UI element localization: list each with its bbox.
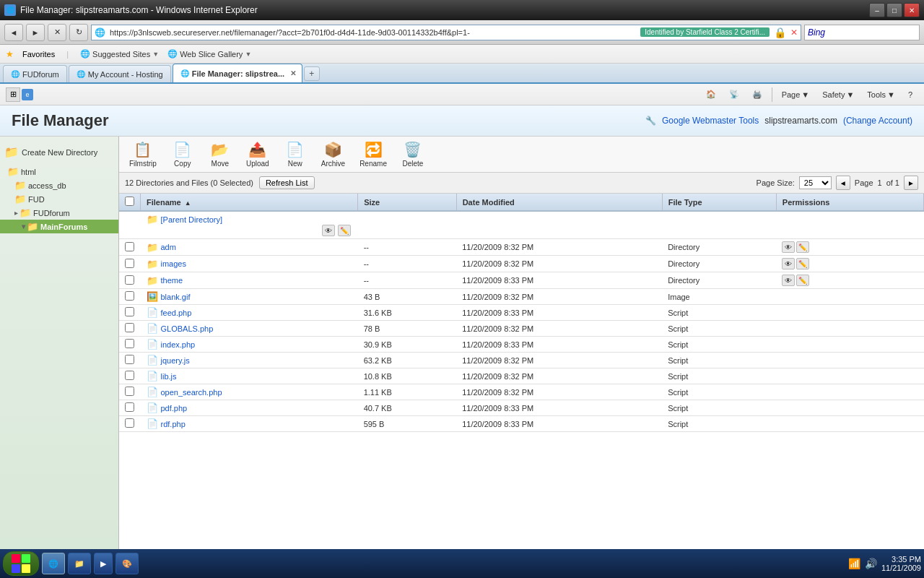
refresh-button[interactable]: ↻ — [69, 24, 88, 41]
file-select-checkbox[interactable] — [125, 418, 134, 428]
taskbar-explorer-button[interactable]: 📁 — [68, 553, 91, 574]
tab-close-button[interactable]: ✕ — [290, 69, 296, 79]
th-checkbox[interactable] — [119, 194, 141, 211]
page-header: File Manager 🔧 Google Webmaster Tools sl… — [0, 105, 924, 137]
sidebar-item-html[interactable]: 📁 html — [0, 165, 118, 178]
address-input[interactable]: 🌐 https://p3nlscweb.secureserver.net/fil… — [91, 25, 801, 40]
file-select-checkbox[interactable] — [125, 323, 134, 332]
view-perm-button[interactable]: 👁 — [782, 258, 795, 269]
home-button[interactable]: 🏠 — [700, 86, 722, 103]
file-select-checkbox[interactable] — [125, 355, 134, 364]
file-name-link[interactable]: 📄index.php — [147, 339, 352, 350]
create-new-directory-button[interactable]: 📁 Create New Directory — [0, 142, 118, 162]
page-size-select[interactable]: 25 50 100 — [799, 176, 832, 189]
file-select-checkbox[interactable] — [125, 307, 134, 316]
close-icon[interactable]: ✕ — [790, 27, 798, 38]
edit-perm-button[interactable]: ✏️ — [796, 258, 809, 269]
file-size-cell: 10.8 KB — [358, 368, 457, 384]
file-name-link[interactable]: 📁images — [147, 259, 352, 269]
select-all-checkbox[interactable] — [125, 197, 134, 206]
file-name-link[interactable]: 📁theme — [147, 275, 352, 286]
new-tab-button[interactable]: + — [304, 66, 320, 81]
delete-button[interactable]: 🗑️ Delete — [397, 139, 429, 169]
th-size[interactable]: Size — [358, 194, 457, 211]
file-name-link[interactable]: 📄jquery.js — [147, 355, 352, 366]
edit-perm-button[interactable]: ✏️ — [796, 241, 809, 253]
new-button[interactable]: 📄 New — [279, 139, 311, 169]
th-permissions[interactable]: Permissions — [776, 194, 923, 211]
tab-file-manager[interactable]: 🌐 File Manager: slipstrea... ✕ — [173, 64, 302, 82]
search-box[interactable]: Bing 🔍 — [804, 25, 920, 40]
copy-button[interactable]: 📄 Copy — [167, 139, 199, 169]
safety-menu-button[interactable]: Safety ▼ — [816, 86, 860, 103]
refresh-list-button[interactable]: Refresh List — [259, 176, 315, 189]
tab-label-my-account: My Account - Hosting — [88, 70, 163, 79]
move-button[interactable]: 📂 Move — [204, 139, 236, 169]
filmstrip-button[interactable]: 📋 Filmstrip — [125, 139, 161, 169]
file-name-cell: 📁theme — [141, 272, 358, 289]
view-perm-button[interactable]: 👁 — [782, 275, 795, 286]
file-permissions-cell — [776, 384, 923, 400]
maximize-button[interactable]: □ — [886, 3, 902, 17]
upload-button[interactable]: 📤 Upload — [242, 139, 274, 169]
google-webmaster-link[interactable]: Google Webmaster Tools — [662, 116, 759, 126]
back-button[interactable]: ◄ — [4, 24, 23, 41]
taskbar-ie-button[interactable]: 🌐 — [42, 553, 65, 574]
file-name-link[interactable]: 🖼️blank.gif — [147, 291, 352, 302]
window-controls[interactable]: – □ ✕ — [869, 3, 920, 17]
help-button[interactable]: ? — [902, 86, 918, 103]
file-name-link[interactable]: 📄rdf.php — [147, 418, 352, 429]
file-select-checkbox[interactable] — [125, 242, 134, 251]
file-checkbox-cell — [119, 289, 141, 305]
table-row: 📄jquery.js63.2 KB11/20/2009 8:32 PMScrip… — [119, 353, 924, 368]
view-perm-button[interactable]: 👁 — [782, 241, 795, 253]
file-name-link[interactable]: 📁[Parent Directory] — [147, 214, 352, 225]
next-page-button[interactable]: ► — [904, 176, 918, 190]
file-select-checkbox[interactable] — [125, 371, 134, 380]
tab-bar: 🌐 FUDforum 🌐 My Account - Hosting 🌐 File… — [0, 64, 924, 84]
th-filename[interactable]: Filename ▲ — [141, 194, 358, 211]
sidebar-item-fud[interactable]: 📁 FUD — [0, 192, 118, 206]
page-menu-button[interactable]: Page ▼ — [776, 86, 816, 103]
file-select-checkbox[interactable] — [125, 339, 134, 348]
tab-my-account[interactable]: 🌐 My Account - Hosting — [69, 65, 171, 82]
stop-button[interactable]: ✕ — [48, 24, 66, 41]
edit-perm-button[interactable]: ✏️ — [338, 225, 351, 236]
feeds-button[interactable]: 📡 — [723, 86, 745, 103]
tools-menu-button[interactable]: Tools ▼ — [861, 86, 901, 103]
file-name-link[interactable]: 📄lib.js — [147, 371, 352, 381]
th-date-modified[interactable]: Date Modified — [456, 194, 662, 211]
search-input[interactable] — [825, 28, 924, 37]
web-slice-link[interactable]: 🌐 Web Slice Gallery ▼ — [167, 49, 251, 59]
sidebar-item-mainforums[interactable]: ▾ 📁 MainForums — [0, 220, 118, 233]
file-select-checkbox[interactable] — [125, 291, 134, 301]
rename-button[interactable]: 🔁 Rename — [355, 139, 391, 169]
suggested-sites-link[interactable]: 🌐 Suggested Sites ▼ — [80, 49, 159, 59]
minimize-button[interactable]: – — [869, 3, 885, 17]
file-select-checkbox[interactable] — [125, 259, 134, 268]
edit-perm-button[interactable]: ✏️ — [796, 275, 809, 286]
sidebar-item-fudforum[interactable]: ▸ 📁 FUDforum — [0, 206, 118, 220]
file-name-link[interactable]: 📁adm — [147, 242, 352, 253]
close-button[interactable]: ✕ — [904, 3, 920, 17]
file-name-link[interactable]: 📄pdf.php — [147, 402, 352, 413]
file-select-checkbox[interactable] — [125, 275, 134, 285]
prev-page-button[interactable]: ◄ — [836, 176, 850, 190]
file-select-checkbox[interactable] — [125, 402, 134, 412]
file-name-link[interactable]: 📄feed.php — [147, 307, 352, 318]
taskbar-paint-button[interactable]: 🎨 — [116, 553, 139, 574]
taskbar-media-button[interactable]: ▶ — [94, 553, 113, 574]
tab-fudforum[interactable]: 🌐 FUDforum — [3, 65, 67, 82]
sidebar-item-access-db[interactable]: 📁 access_db — [0, 178, 118, 192]
file-select-checkbox[interactable] — [125, 387, 134, 396]
home-grid-icon[interactable]: ⊞ — [6, 87, 20, 102]
th-file-type[interactable]: File Type — [662, 194, 776, 211]
view-perm-button[interactable]: 👁 — [322, 225, 335, 236]
start-button[interactable] — [3, 551, 39, 576]
print-button[interactable]: 🖨️ — [746, 86, 768, 103]
file-name-link[interactable]: 📄GLOBALS.php — [147, 323, 352, 334]
archive-button[interactable]: 📦 Archive — [317, 139, 349, 169]
forward-button[interactable]: ► — [26, 24, 45, 41]
change-account-link[interactable]: (Change Account) — [843, 116, 912, 126]
file-name-link[interactable]: 📄open_search.php — [147, 387, 352, 397]
